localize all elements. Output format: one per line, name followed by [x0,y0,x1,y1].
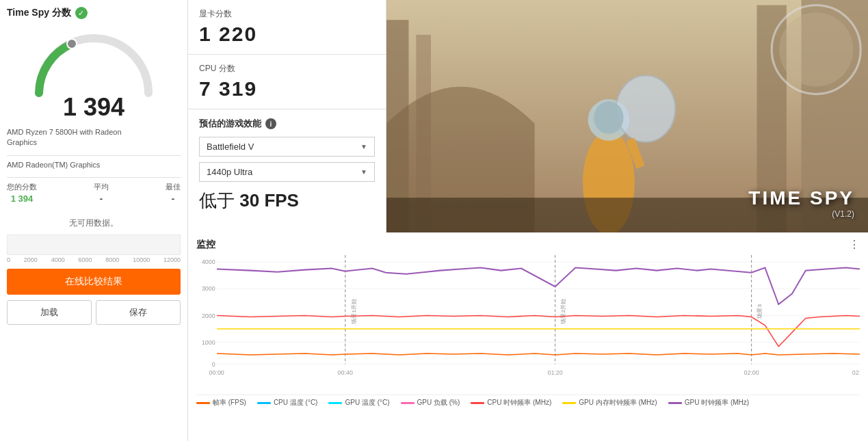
gpu-clock-legend-color [668,402,682,404]
avg-score-label: 平均 [94,182,109,192]
game-dropdown-value: Battlefield V [207,142,254,152]
legend-gpu-clock: GPU 时钟频率 (MHz) [668,398,749,407]
legend-cpu-clock: CPU 时钟频率 (MHz) [471,398,551,407]
scores-comparison-row: 您的分数 1 394 平均 - 最佳 - [7,182,181,204]
svg-text:1000: 1000 [202,338,215,345]
gauge-score: 1 394 [63,93,124,122]
gpu-mem-clock-legend-label: GPU 内存时钟频率 (MHz) [579,398,657,407]
cpu-score-value: 7 319 [199,77,375,101]
bar-chart-labels: 0 2000 4000 6000 8000 10000 12000 [7,256,181,263]
gauge-container: 1 394 [7,25,181,122]
scores-column: 显卡分数 1 220 CPU 分数 7 319 预估的游戏效能 i Battle… [188,0,386,232]
chevron-down-icon-2: ▼ [360,168,367,176]
cpu-temp-legend-label: CPU 温度 (°C) [274,398,318,407]
svg-text:00:00: 00:00 [209,369,224,376]
save-button[interactable]: 保存 [96,300,181,325]
best-score-value: - [172,193,174,204]
svg-point-10 [616,75,676,142]
game-banner: TIME SPY (V1.2) [386,0,868,232]
cpu-clock-legend-label: CPU 时钟频率 (MHz) [487,398,551,407]
svg-text:场景2开始: 场景2开始 [561,299,567,325]
gpu-mem-clock-legend-color [562,402,576,404]
bar-chart-area: 无可用数据。 0 2000 4000 6000 8000 10000 12000 [7,212,181,263]
right-panel: 显卡分数 1 220 CPU 分数 7 319 预估的游戏效能 i Battle… [188,0,868,441]
divider-1 [7,155,181,156]
fps-display: 低于 30 FPS [199,189,375,213]
your-score-value: 1 394 [11,193,34,204]
avg-score-col: 平均 - [94,182,109,204]
gpu-temp-legend-color [328,402,342,404]
quality-dropdown[interactable]: 1440p Ultra ▼ [199,162,375,182]
svg-text:场景1开始: 场景1开始 [351,299,357,325]
gpu-score-value: 1 220 [199,23,375,46]
svg-point-0 [67,39,77,49]
gpu-name-3: AMD Radeon(TM) Graphics [7,160,181,170]
bottom-buttons: 加载 保存 [7,300,181,325]
legend-fps: 帧率 (FPS) [196,398,246,407]
svg-text:场景3: 场景3 [757,304,763,319]
svg-text:02:00: 02:00 [744,369,759,376]
svg-text:00:40: 00:40 [338,369,353,376]
gpu-name-1: AMD Ryzen 7 5800H with Radeon Graphics [7,127,181,148]
best-score-col: 最佳 - [166,182,181,204]
legend-gpu-temp: GPU 温度 (°C) [328,398,389,407]
svg-text:3000: 3000 [202,285,215,292]
gpu-load-legend-color [401,402,415,404]
monitoring-header: 监控 ⋮ [196,238,860,251]
legend-gpu-load: GPU 负载 (%) [401,398,460,407]
title-row: Time Spy 分数 ✓ [7,7,181,19]
bar-placeholder [7,235,181,255]
no-data-text: 无可用数据。 [7,217,181,229]
check-icon: ✓ [75,7,88,19]
monitoring-title: 监控 [196,239,215,251]
avg-score-value: - [100,193,103,204]
chart-legend: 帧率 (FPS) CPU 温度 (°C) GPU 温度 (°C) GPU 负载 … [196,395,860,407]
game-title: TIME SPY [400,187,854,209]
svg-rect-14 [217,255,860,364]
your-score-col: 您的分数 1 394 [7,182,37,204]
gpu-load-legend-label: GPU 负载 (%) [417,398,460,407]
gpu-clock-legend-label: GPU 时钟频率 (MHz) [685,398,749,407]
svg-text:0: 0 [212,360,215,367]
quality-dropdown-value: 1440p Ultra [207,167,252,177]
gpu-temp-legend-label: GPU 温度 (°C) [345,398,389,407]
svg-text:02:40: 02:40 [852,369,860,376]
legend-cpu-temp: CPU 温度 (°C) [257,398,318,407]
svg-text:01:20: 01:20 [547,369,562,376]
best-score-label: 最佳 [166,182,181,192]
chevron-down-icon: ▼ [360,143,367,150]
fps-legend-color [196,402,210,404]
left-panel: Time Spy 分数 ✓ 1 394 AMD Ryzen 7 5800H wi… [0,0,188,441]
cpu-score-box: CPU 分数 7 319 [188,55,386,109]
gpu-score-box: 显卡分数 1 220 [188,0,386,55]
more-options-icon[interactable]: ⋮ [849,238,860,251]
svg-point-7 [779,12,853,86]
divider-2 [7,177,181,178]
chart-area: 4000 3000 2000 1000 0 场景1开始 场景2开始 场景3 [196,255,860,392]
cpu-score-label: CPU 分数 [199,63,375,75]
cpu-clock-legend-color [471,402,484,404]
compare-button[interactable]: 在线比较结果 [7,269,181,295]
fps-title: 预估的游戏效能 i [199,118,375,130]
game-version: (V1.2) [400,209,854,219]
svg-point-12 [594,101,623,134]
gauge-svg [25,25,162,100]
monitoring-chart: 4000 3000 2000 1000 0 场景1开始 场景2开始 场景3 [196,255,860,378]
cpu-temp-legend-color [257,402,271,404]
monitoring-section: 监控 ⋮ 4000 3000 2000 1000 [188,232,868,441]
game-dropdown[interactable]: Battlefield V ▼ [199,137,375,157]
fps-legend-label: 帧率 (FPS) [213,398,246,407]
svg-text:4000: 4000 [202,258,215,265]
gpu-score-label: 显卡分数 [199,8,375,20]
benchmark-title: Time Spy 分数 [7,7,71,19]
legend-gpu-mem-clock: GPU 内存时钟频率 (MHz) [562,398,657,407]
top-section: 显卡分数 1 220 CPU 分数 7 319 预估的游戏效能 i Battle… [188,0,868,232]
fps-section: 预估的游戏效能 i Battlefield V ▼ 1440p Ultra ▼ … [188,109,386,232]
load-button[interactable]: 加载 [7,300,92,325]
info-icon: i [265,118,276,129]
your-score-label: 您的分数 [7,182,37,192]
svg-text:2000: 2000 [202,312,215,319]
game-banner-overlay: TIME SPY (V1.2) [386,174,868,232]
